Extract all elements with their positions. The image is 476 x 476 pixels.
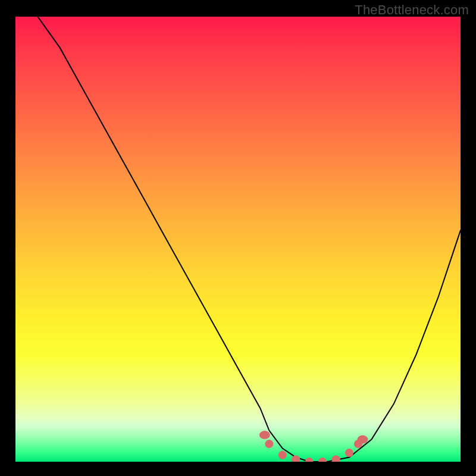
marker-dot [292, 455, 300, 462]
bottleneck-curve [37, 17, 461, 462]
marker-dot [345, 449, 353, 457]
marker-dot [318, 458, 327, 462]
marker-dot [278, 451, 287, 459]
marker-dot [265, 440, 273, 448]
watermark-text: TheBottleneck.com [355, 2, 469, 18]
marker-dot [259, 431, 270, 439]
plot-area [15, 17, 461, 462]
optimal-range-dots [259, 431, 368, 462]
curve-layer [15, 17, 461, 462]
marker-dot [357, 436, 368, 444]
chart-frame: TheBottleneck.com [0, 0, 476, 476]
marker-dot [305, 458, 314, 462]
marker-dot [332, 455, 340, 462]
